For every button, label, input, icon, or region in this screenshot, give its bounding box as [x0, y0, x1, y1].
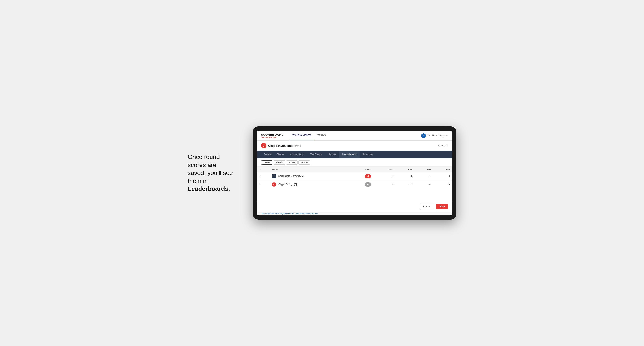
team-name-2: Clippd College [A]: [278, 183, 297, 186]
tab-nav: Details Teams Course Setup Tee Groups Re…: [257, 151, 452, 159]
team-logo-sb: SB: [272, 174, 276, 178]
team-name-1: Scoreboard University [A]: [278, 175, 304, 177]
period: .: [228, 185, 230, 192]
tab-printables[interactable]: Printables: [360, 151, 376, 159]
team-2: C Clippd College [A]: [270, 180, 349, 189]
desc-line3: saved, you'll see: [188, 169, 233, 176]
total-1: -5: [349, 172, 373, 180]
thru-1: F: [373, 172, 396, 180]
tab-course-setup[interactable]: Course Setup: [287, 151, 307, 159]
nav-teams[interactable]: TEAMS: [314, 131, 329, 140]
cancel-button-header[interactable]: Cancel ✕: [438, 144, 448, 147]
leaderboard-table: # TEAM TOTAL THRU RD1 RD2 RD3 1: [257, 167, 452, 189]
save-button[interactable]: Save: [436, 204, 448, 209]
nav-right: B Test User | Sign out: [421, 133, 448, 138]
table-header-row: # TEAM TOTAL THRU RD1 RD2 RD3: [257, 167, 452, 172]
logo-powered: Powered by clippd: [261, 136, 284, 138]
rank-1: 1: [257, 172, 270, 180]
left-description: Once round scores are saved, you'll see …: [188, 153, 242, 193]
tab-tee-groups[interactable]: Tee Groups: [307, 151, 325, 159]
desc-line2: scores are: [188, 162, 216, 169]
leaderboard-table-container: # TEAM TOTAL THRU RD1 RD2 RD3 1: [257, 167, 452, 201]
logo-area: SCOREBOARD Powered by clippd: [261, 133, 284, 138]
nav-tournaments[interactable]: TOURNAMENTS: [290, 131, 314, 140]
sign-out-link[interactable]: Sign out: [440, 134, 448, 137]
total-2: +3: [349, 180, 373, 189]
rd2-2: -8: [414, 180, 433, 189]
tablet-frame: SCOREBOARD Powered by clippd TOURNAMENTS…: [253, 127, 456, 219]
tab-teams[interactable]: Teams: [274, 151, 287, 159]
rd1-1: -4: [396, 172, 414, 180]
col-rd3: RD3: [433, 167, 452, 172]
user-avatar: B: [421, 133, 426, 138]
top-nav: SCOREBOARD Powered by clippd TOURNAMENTS…: [257, 131, 452, 141]
rank-2: 2: [257, 180, 270, 189]
col-team: TEAM: [270, 167, 349, 172]
col-total: TOTAL: [349, 167, 373, 172]
tab-results[interactable]: Results: [325, 151, 339, 159]
team-1: SB Scoreboard University [A]: [270, 172, 349, 180]
tab-leaderboards[interactable]: Leaderboards: [339, 151, 360, 159]
col-rank: #: [257, 167, 270, 172]
desc-line4: them in: [188, 177, 208, 184]
rd3-1: -6: [433, 172, 452, 180]
main-nav: TOURNAMENTS TEAMS: [290, 131, 421, 140]
table-row: 2 C Clippd College [A] +3 F +8 -8 +3: [257, 180, 452, 189]
user-name: Test User |: [427, 134, 438, 137]
filter-teams[interactable]: Teams: [261, 160, 272, 165]
url-text: https://stage-blue-coach.stageskoreboard…: [261, 213, 318, 215]
bottom-footer: Cancel Save: [257, 201, 452, 212]
score-badge-2: +3: [365, 182, 371, 186]
url-bar: https://stage-blue-coach.stageskoreboard…: [257, 212, 452, 215]
col-rd1: RD1: [396, 167, 414, 172]
filter-row: Teams Players Scores Strokes: [257, 159, 452, 167]
thru-2: F: [373, 180, 396, 189]
score-badge-1: -5: [365, 174, 371, 178]
table-row: 1 SB Scoreboard University [A] -5 F -4 +…: [257, 172, 452, 180]
rd2-1: +5: [414, 172, 433, 180]
logo-scoreboard: SCOREBOARD: [261, 133, 284, 136]
rd1-2: +8: [396, 180, 414, 189]
tablet-screen: SCOREBOARD Powered by clippd TOURNAMENTS…: [257, 131, 452, 215]
tournament-title: Clippd Invitational: [268, 144, 293, 147]
tournament-logo: C: [261, 143, 266, 148]
filter-players[interactable]: Players: [273, 160, 285, 165]
col-rd2: RD2: [414, 167, 433, 172]
tournament-subtitle: (Men): [294, 144, 301, 147]
desc-line1: Once round: [188, 154, 220, 160]
filter-scores[interactable]: Scores: [286, 160, 298, 165]
cancel-button-footer[interactable]: Cancel: [420, 204, 434, 209]
tournament-header: C Clippd Invitational (Men) Cancel ✕: [257, 141, 452, 151]
desc-line5-bold: Leaderboards: [188, 185, 228, 192]
tab-details[interactable]: Details: [261, 151, 274, 159]
col-thru: THRU: [373, 167, 396, 172]
filter-strokes[interactable]: Strokes: [298, 160, 310, 165]
page-wrapper: Once round scores are saved, you'll see …: [188, 127, 456, 219]
team-logo-c: C: [272, 182, 276, 186]
rd3-2: +3: [433, 180, 452, 189]
